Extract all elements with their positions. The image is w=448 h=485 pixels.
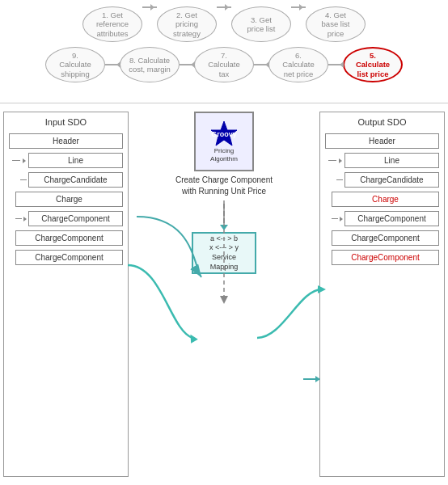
sdo-output-chargecomponent3: ChargeComponent: [332, 250, 439, 265]
sdo-input-chargecandidate: ChargeCandidate: [28, 172, 123, 188]
step8[interactable]: 8. Calculatecost, margin: [120, 47, 180, 82]
arrow-down-triangle: [220, 225, 228, 230]
service-mapping-line1: a <-- > b: [210, 234, 238, 244]
groovy-algorithm-box: Groovy PricingAlgorithm: [194, 112, 254, 171]
step3[interactable]: 3. Getprice list: [231, 6, 291, 42]
service-mapping-box: a <-- > b x <--- > y ServiceMapping: [192, 232, 256, 274]
step2[interactable]: 2. Getpricingstrategy: [157, 6, 217, 42]
sdo-output-charge: Charge: [332, 192, 439, 207]
arrow-6-5: [328, 64, 343, 65]
step5[interactable]: 5.Calculatelist price: [343, 47, 403, 82]
connector-line-2: [20, 179, 27, 180]
step4[interactable]: 4. Getbase listprice: [306, 6, 366, 42]
svg-text:Groovy: Groovy: [211, 130, 237, 138]
arrow-8-7: [180, 64, 194, 65]
arrow-1-2: [142, 6, 157, 8]
arrow-2-3: [217, 6, 231, 8]
groovy-star-icon: Groovy: [209, 120, 239, 147]
output-sdo-title: Output SDO: [325, 117, 439, 127]
sdo-input-chargecomponent2: ChargeComponent: [15, 230, 123, 246]
connector-line-out-3: [332, 218, 338, 219]
groovy-label: PricingAlgorithm: [210, 147, 238, 162]
service-mapping-label: ServiceMapping: [210, 253, 239, 272]
service-mapping-line2: x <--- > y: [209, 243, 239, 253]
workflow-row1: 1. Getreferenceattributes 2. Getpricings…: [0, 0, 448, 42]
sdo-input-chargecomponent3: ChargeComponent: [15, 250, 123, 265]
arrow-out-3: [340, 217, 343, 221]
arrow-3: [23, 217, 27, 221]
step7[interactable]: 7.Calculatetax: [194, 47, 254, 82]
sdo-output-chargecomponent2: ChargeComponent: [332, 230, 439, 246]
dashed-arrow-down: [223, 204, 225, 223]
arrow-right-from-mapping: [303, 378, 319, 380]
input-sdo-panel: Input SDO Header Line ChargeCandidate Ch…: [3, 112, 129, 477]
sdo-output-line: Line: [344, 153, 439, 168]
connector-line-out-2: [336, 179, 343, 180]
sdo-input-chargecomponent1: ChargeComponent: [28, 211, 123, 226]
sdo-input-header: Header: [9, 133, 123, 149]
output-sdo-panel: Output SDO Header Line ChargeCandidate C…: [319, 112, 445, 477]
create-charge-text: Create Charge Componentwith Running Unit…: [175, 175, 273, 197]
workflow-row2: 9.Calculateshipping 8. Calculatecost, ma…: [0, 42, 448, 82]
connector-line-3: [15, 218, 22, 219]
arrow-out-1: [339, 158, 342, 163]
center-area: Groovy PricingAlgorithm Create Charge Co…: [129, 103, 319, 485]
sdo-input-line: Line: [28, 153, 123, 168]
arrow-3-4: [291, 6, 306, 8]
sdo-output-chargecandidate: ChargeCandidate: [344, 172, 439, 188]
arrow-9-8: [105, 64, 120, 65]
step6[interactable]: 6.Calculatenet price: [268, 47, 328, 82]
sdo-input-charge: Charge: [15, 192, 123, 207]
step9[interactable]: 9.Calculateshipping: [45, 47, 105, 82]
sdo-output-header: Header: [325, 133, 439, 149]
arrow-1: [23, 158, 26, 163]
connector-line-1: [12, 160, 20, 161]
workflow-area: 1. Getreferenceattributes 2. Getpricings…: [0, 0, 448, 103]
sdo-output-chargecomponent1: ChargeComponent: [344, 211, 439, 226]
main-area: Input SDO Header Line ChargeCandidate Ch…: [0, 103, 448, 485]
input-sdo-title: Input SDO: [9, 117, 123, 127]
step1[interactable]: 1. Getreferenceattributes: [82, 6, 142, 42]
arrow-7-6: [254, 64, 268, 65]
connector-line-out-1: [328, 160, 336, 161]
